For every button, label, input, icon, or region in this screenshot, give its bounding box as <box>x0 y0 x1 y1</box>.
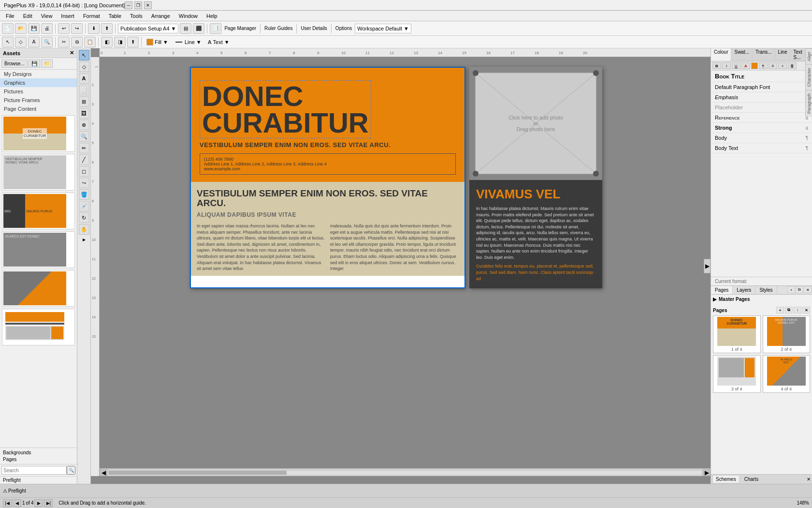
align-top-tb[interactable]: ⬆ <box>127 37 139 47</box>
save-asset-btn[interactable]: 💾 <box>29 60 40 68</box>
pp-add-page[interactable]: + <box>776 307 784 314</box>
eyedropper-tool[interactable]: 💉 <box>79 201 89 211</box>
swatches-tab[interactable]: Swat... <box>731 48 753 61</box>
style-default-para[interactable]: Default Paragraph Font a <box>711 82 812 92</box>
style-color-btn[interactable]: A <box>741 62 750 69</box>
browse-btn[interactable]: Browse... <box>1 60 28 68</box>
menu-file[interactable]: File <box>2 12 18 20</box>
textst-tab[interactable]: Text S... <box>790 48 805 61</box>
page-manager-label[interactable]: Page Manager <box>223 26 258 31</box>
connector-tool[interactable]: ⤳ <box>79 178 89 188</box>
prev-page-btn[interactable]: ◀ <box>13 499 21 507</box>
asset-pictures[interactable]: Pictures <box>0 87 77 96</box>
save-btn[interactable]: 💾 <box>28 23 40 34</box>
thumb-1[interactable]: DONECCURABITUR <box>2 115 75 152</box>
page-thumb-3[interactable]: 3 of 4 <box>713 355 761 393</box>
style-list-btn[interactable]: ≡ <box>768 62 777 69</box>
scroll-right-btn[interactable]: ▶ <box>703 469 710 476</box>
thumb-6[interactable] <box>2 309 75 345</box>
copy-tb[interactable]: ⧉ <box>71 37 83 47</box>
tab-pages[interactable]: Pages <box>711 286 733 294</box>
pp-dup-page[interactable]: ⧉ <box>785 307 793 314</box>
page-orientation-btn[interactable]: ⬛ <box>193 23 204 34</box>
last-page-btn[interactable]: ▶| <box>44 499 53 507</box>
style-placeholder[interactable]: Placeholder a <box>711 103 812 113</box>
charts-tab[interactable]: Charts <box>741 476 761 483</box>
close-btn[interactable]: ✕ <box>144 1 152 9</box>
menu-view[interactable]: View <box>37 12 57 20</box>
pointer-tool-tb[interactable]: ↖ <box>2 37 14 47</box>
line-control[interactable]: Line ▼ <box>172 37 204 47</box>
style-del-btn[interactable]: 🗑 <box>788 62 797 69</box>
style-italic-btn[interactable]: I <box>722 62 731 69</box>
pencil-tool[interactable]: ✏ <box>79 143 89 153</box>
menu-edit[interactable]: Edit <box>19 12 36 20</box>
page-thumb-1[interactable]: DONECCURABITUR 1 of 4 <box>713 315 761 353</box>
crop-tool[interactable]: ⊕ <box>79 120 89 130</box>
pp-del-page[interactable]: ✕ <box>802 307 810 314</box>
rotate-tool[interactable]: ↻ <box>79 212 89 223</box>
text-tool[interactable]: A <box>79 73 89 84</box>
first-page-btn[interactable]: |◀ <box>3 499 12 507</box>
fill-control[interactable]: Fill ▼ <box>144 37 171 47</box>
pp-new-btn[interactable]: + <box>787 286 795 293</box>
style-underline-btn[interactable]: U <box>732 62 740 69</box>
thumb-3[interactable]: IMG MAURIS PURUS <box>2 193 75 229</box>
trans-tab[interactable]: Trans... <box>753 48 775 61</box>
menu-help[interactable]: Help <box>203 12 221 20</box>
style-body-text[interactable]: Body Text ¶ <box>711 143 812 153</box>
picture-tool[interactable]: 🖼 <box>79 108 89 119</box>
minimize-btn[interactable]: ─ <box>125 1 132 9</box>
redo-btn[interactable]: ↪ <box>71 23 83 34</box>
preflight-btn[interactable]: Preflight <box>0 476 77 484</box>
thumb-5[interactable] <box>2 270 75 307</box>
style-para-btn[interactable]: ¶ <box>759 62 768 69</box>
workspace-dropdown[interactable]: Workspace Default ▼ <box>355 24 411 33</box>
fill-tool[interactable]: 🪣 <box>79 189 89 200</box>
expand-toolbox[interactable]: ▶ <box>83 238 86 242</box>
pp-dup-btn[interactable]: ⧉ <box>796 286 803 293</box>
thumb-4[interactable]: IN ARCU EST DONEC <box>2 231 75 268</box>
h-scrollbar[interactable]: ◀ ▶ <box>100 468 710 476</box>
thumb-2[interactable]: VESTIBULUM SEMPERDONEC VITAE ARCU <box>2 154 75 191</box>
style-book-title[interactable]: Book Title a <box>711 71 812 82</box>
menu-tools[interactable]: Tools <box>126 12 146 20</box>
asset-page-content[interactable]: Page Content <box>0 105 77 113</box>
master-pages-header[interactable]: ▶ Master Pages <box>712 296 811 303</box>
scroll-bar[interactable] <box>108 470 702 475</box>
assets-close-btn[interactable]: ✕ <box>70 50 74 56</box>
asset-graphics[interactable]: Graphics <box>0 78 77 87</box>
page-thumb-2[interactable]: MAURIS PURUSDONEC EST 2 of 4 <box>763 315 811 353</box>
preflight-label[interactable]: Preflight <box>8 488 26 493</box>
restore-btn[interactable]: ❐ <box>134 1 142 9</box>
line-tool[interactable]: ╱ <box>79 154 89 165</box>
node-tool-tb[interactable]: ◇ <box>15 37 27 47</box>
undo-btn[interactable]: ↩ <box>58 23 70 34</box>
search-btn[interactable]: 🔍 <box>67 466 75 475</box>
pan-tool[interactable]: ✋ <box>79 224 89 235</box>
shape-tool[interactable]: ◻ <box>79 166 89 177</box>
menu-table[interactable]: Table <box>105 12 125 20</box>
align-left-tb[interactable]: ◧ <box>101 37 113 47</box>
align-right-tb[interactable]: ◨ <box>114 37 126 47</box>
ruler-guides-label[interactable]: Ruler Guides <box>263 26 294 31</box>
print-btn[interactable]: 🖨 <box>41 23 53 34</box>
folder-btn[interactable]: 📁 <box>41 60 53 68</box>
paste-tb[interactable]: 📋 <box>84 37 96 47</box>
user-details-label[interactable]: User Details <box>299 26 328 31</box>
style-body[interactable]: Body ¶ <box>711 133 812 143</box>
frame-text-tool[interactable]: ⬜ <box>79 85 89 95</box>
photo-placeholder[interactable]: Click here to add photo or Drag photo he… <box>475 73 596 174</box>
text-select-tb[interactable]: A <box>28 37 40 47</box>
pointer-tool[interactable]: ↖ <box>79 50 89 60</box>
style-emphasis[interactable]: Emphasis a <box>711 92 812 103</box>
colour-tab[interactable]: Colour <box>711 48 731 61</box>
pp-del-btn[interactable]: ✕ <box>804 286 812 293</box>
scroll-left-btn[interactable]: ◀ <box>100 469 107 476</box>
pp-move-page[interactable]: ↑ <box>794 307 801 314</box>
rvt-character[interactable]: Character <box>806 64 812 90</box>
page-thumb-4[interactable]: IN ARCUEST 4 of 4 <box>763 355 811 393</box>
publication-setup-dropdown[interactable]: Publication Setup A4 ▼ <box>118 24 178 33</box>
pages-item[interactable]: Pages <box>3 456 74 463</box>
search-input[interactable] <box>1 466 67 475</box>
